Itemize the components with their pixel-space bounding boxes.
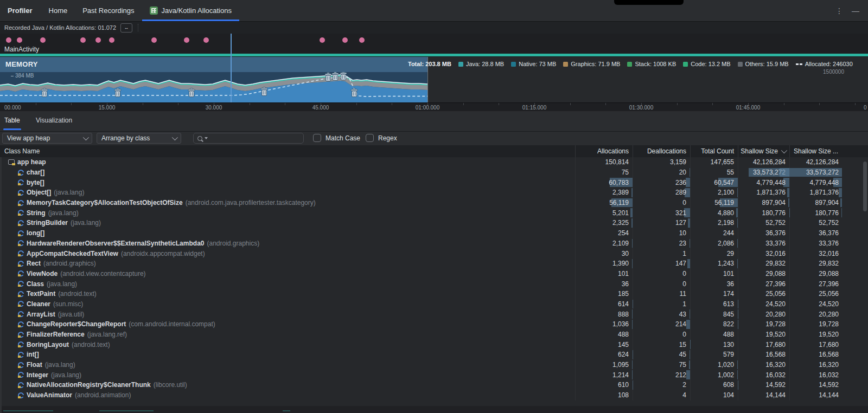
regex-checkbox[interactable] [366, 134, 374, 142]
profiler-menu[interactable]: Profiler [8, 0, 33, 21]
table-row[interactable]: BoringLayout(android.text)1451513017,680… [2, 339, 868, 350]
table-row[interactable]: long[]2541024436,37636,376 [2, 228, 868, 238]
cell-shallow_size: 36,376 [738, 228, 789, 238]
table-row[interactable]: app heap150,8143,159147,65542,126,28442,… [2, 157, 868, 167]
cell-total_count: 60,547 [690, 177, 738, 188]
axis-tick [570, 103, 571, 105]
cell-deallocations: 0 [633, 330, 690, 340]
cell-shallow_size_2: 32,016 [789, 248, 868, 259]
cell-shallow_size: 25,056 [738, 289, 789, 299]
package-name: (com.android.internal.compat) [129, 320, 215, 328]
cell-deallocations: 43 [633, 309, 690, 319]
allocation-event-dot[interactable] [320, 37, 325, 43]
allocation-event-dot[interactable] [203, 37, 209, 43]
cell-total_count: 36 [690, 279, 738, 289]
table-row[interactable]: ArrayList(java.util)8884384520,28020,280 [2, 309, 868, 319]
table-row[interactable]: TextPaint(android.text)1851117425,05625,… [2, 289, 868, 299]
table-row[interactable]: Class(java.lang)3603627,39627,396 [2, 279, 868, 289]
cell-allocations: 1,214 [575, 370, 633, 380]
table-row[interactable]: char[]75205533,573,27233,573,272 [2, 167, 868, 178]
table-row[interactable]: Cleaner(sun.misc)614161324,52024,520 [2, 299, 868, 309]
tab-table[interactable]: Table [4, 111, 20, 130]
class-name: Object[] [27, 189, 51, 196]
table-row[interactable]: MemoryTaskCategory$AllocationTestObjectO… [2, 198, 868, 208]
search-input[interactable] [211, 134, 303, 143]
table-row[interactable]: ViewNode(android.view.contentcapture)101… [2, 269, 868, 279]
memory-usage-chart[interactable] [0, 72, 427, 102]
cell-value: 16,320 [819, 361, 839, 369]
tab-past-recordings[interactable]: Past Recordings [75, 0, 142, 21]
col-shallow-size-retained[interactable]: Shallow Size ... [789, 145, 868, 157]
cell-value: 4,880 [718, 209, 734, 217]
zoom-to-range-button[interactable]: ↔ [120, 23, 132, 33]
table-row[interactable]: int[]6244557916,56816,568 [2, 350, 868, 360]
table-row[interactable]: Integer(java.lang)1,2142121,00216,03216,… [2, 370, 868, 380]
minimize-icon[interactable]: — [852, 7, 859, 15]
allocation-event-dot[interactable] [40, 37, 46, 43]
package-name: (androidx.appcompat.widget) [121, 250, 205, 257]
timeline-playhead[interactable] [231, 34, 232, 102]
col-deallocations[interactable]: Deallocations [633, 145, 690, 157]
table-row[interactable]: Float(java.lang)1,095751,02016,32016,320 [2, 360, 868, 370]
axis-time-label: 15.000 [99, 105, 116, 111]
memory-track[interactable]: MEMORY 384 MB Total: 203.8 MB Java: 28.8… [0, 57, 868, 102]
legend-swatch [458, 62, 463, 67]
cell-shallow_size: 897,904 [738, 198, 789, 208]
allocation-event-dot[interactable] [6, 37, 11, 43]
class-name: String [27, 209, 46, 217]
tab-visualization[interactable]: Visualization [36, 111, 72, 130]
cell-value: 614 [618, 300, 629, 308]
cell-allocations: 1,390 [575, 259, 633, 269]
allocation-event-dot[interactable] [95, 37, 101, 43]
table-row[interactable]: ChangeReporter$ChangeReport(com.android.… [2, 319, 868, 330]
search-options-arrow[interactable] [205, 137, 208, 139]
cell-value: 147 [675, 260, 686, 267]
tab-home[interactable]: Home [41, 0, 75, 21]
allocation-event-dot[interactable] [109, 37, 114, 43]
cell-value: 27,396 [819, 280, 839, 288]
col-class-name[interactable]: Class Name [0, 145, 575, 157]
allocation-event-dot[interactable] [151, 37, 157, 43]
table-row[interactable]: String(java.lang)5,2013214,880180,776180… [2, 208, 868, 218]
allocation-event-dot[interactable] [17, 37, 22, 43]
table-row[interactable]: HardwareRendererObserver$$ExternalSynthe… [2, 238, 868, 249]
class-icon [18, 341, 24, 347]
table-row[interactable]: Rect(android.graphics)1,3901471,24329,83… [2, 259, 868, 269]
cell-value: 2,389 [612, 189, 629, 196]
cell-value: 289 [675, 189, 686, 196]
table-row[interactable]: byte[]60,78323660,5474,779,4484,779,448 [2, 177, 868, 188]
kebab-menu-icon[interactable]: ⋮ [835, 7, 843, 15]
col-total-count[interactable]: Total Count [690, 145, 738, 157]
value-bar [686, 178, 690, 187]
col-shallow-size[interactable]: Shallow Size [738, 145, 789, 157]
event-track[interactable]: MainActivity [0, 34, 868, 54]
col-allocations[interactable]: Allocations [575, 145, 633, 157]
cell-value: 1,390 [612, 260, 629, 267]
cell-value: 16,568 [819, 351, 839, 358]
cell-value: 0 [682, 199, 686, 206]
heap-dropdown[interactable]: View app heap [2, 133, 92, 144]
cell-value: 608 [723, 381, 734, 389]
allocation-event-dot[interactable] [184, 37, 189, 43]
table-row[interactable]: FinalizerReference(java.lang.ref)4880488… [2, 330, 868, 340]
vertical-scrollbar[interactable] [863, 162, 867, 211]
table-row[interactable]: AppCompatCheckedTextView(androidx.appcom… [2, 248, 868, 259]
tab-java-kotlin-allocations[interactable]: Java/Kotlin Allocations [142, 0, 239, 21]
class-icon [18, 200, 24, 206]
table-row[interactable]: ValueAnimator(android.animation)10841041… [2, 390, 868, 401]
table-row[interactable]: NativeAllocationRegistry$CleanerThunk(li… [2, 380, 868, 390]
package-name: (java.util) [58, 311, 85, 318]
allocation-event-dot[interactable] [359, 37, 365, 43]
arrange-dropdown[interactable]: Arrange by class [97, 133, 181, 144]
timeline-axis[interactable]: 00.00015.00030.00045.00001:00.00001:15.0… [0, 102, 868, 112]
allocation-event-dot[interactable] [342, 37, 348, 43]
table-row[interactable]: Object[](java.lang)2,3892892,1001,871,37… [2, 188, 868, 198]
search-box[interactable] [193, 133, 304, 144]
cell-value: 56,119 [609, 199, 629, 206]
cell-value: 19,520 [765, 331, 786, 338]
table-row[interactable]: StringBuilder(java.lang)2,3251272,19852,… [2, 218, 868, 228]
match-case-checkbox[interactable] [313, 134, 321, 142]
axis-tick [605, 103, 606, 105]
cell-value: 845 [723, 311, 734, 318]
allocation-event-dot[interactable] [80, 37, 86, 43]
